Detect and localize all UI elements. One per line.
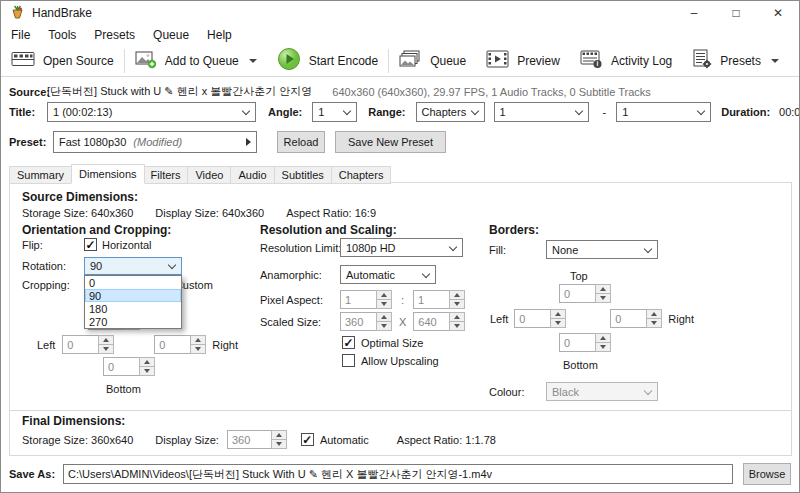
tab-video[interactable]: Video [188,166,231,184]
crop-right-spinner[interactable]: 0 [154,335,206,354]
border-bottom-spinner[interactable]: 0 [559,333,611,352]
range-end-select[interactable]: 1 [616,102,711,122]
chevron-down-icon [471,108,479,116]
range-start-select[interactable]: 1 [494,102,589,122]
presets-button[interactable]: Presets [682,45,789,76]
save-as-row: Save As: Browse [9,463,791,485]
spin-up-icon[interactable] [376,312,392,322]
maximize-icon[interactable]: □ [715,1,757,25]
window-controls: – □ ✕ [673,1,799,25]
source-storage-size: Storage Size: 640x360 [22,207,133,219]
allow-upscaling-checkbox[interactable] [342,354,355,367]
flip-horizontal-checkbox[interactable]: ✓ [84,238,97,251]
crop-bottom-label: Bottom [106,383,141,395]
optimal-size-checkbox[interactable]: ✓ [342,336,355,349]
rotation-option-0[interactable]: 0 [85,276,181,289]
final-dimensions-heading: Final Dimensions: [22,414,125,428]
spin-up-icon[interactable] [139,357,155,367]
scaled-height-spinner[interactable]: 640 [413,312,465,331]
crop-left-spinner[interactable]: 0 [62,335,114,354]
tab-dimensions[interactable]: Dimensions [71,164,144,184]
window-title: HandBrake [32,6,92,20]
pixel-aspect-y-spinner[interactable]: 1 [413,290,465,309]
spin-down-icon[interactable] [139,367,155,376]
border-top-label: Top [570,270,588,282]
spin-up-icon[interactable] [646,309,662,319]
anamorphic-select[interactable]: Automatic [340,265,436,284]
final-dimensions-divider [10,410,791,411]
spin-up-icon[interactable] [595,284,611,294]
pixel-aspect-x-spinner[interactable]: 1 [340,290,392,309]
spin-up-icon[interactable] [98,335,114,345]
spin-down-icon[interactable] [449,300,465,309]
rotation-option-90[interactable]: 90 [85,289,181,302]
border-right-spinner[interactable]: 0 [610,309,662,328]
angle-select[interactable]: 1 [312,102,357,122]
spin-up-icon[interactable] [190,335,206,345]
spin-down-icon[interactable] [550,319,566,328]
scaled-width-spinner[interactable]: 360 [340,312,392,331]
source-name: [단독버전] Stuck with U ✎ 헨리 x 볼빨간사춘기 안지영 [47,84,312,99]
spin-down-icon[interactable] [449,322,465,331]
border-left-spinner[interactable]: 0 [514,309,566,328]
preset-select[interactable]: Fast 1080p30 (Modified) [53,131,257,153]
activity-log-button[interactable]: i Activity Log [570,45,682,76]
resolution-limit-select[interactable]: 1080p HD [340,238,463,257]
rotation-option-270[interactable]: 270 [85,315,181,328]
minimize-icon[interactable]: – [673,1,715,25]
spin-down-icon[interactable] [271,440,287,449]
spin-up-icon[interactable] [449,290,465,300]
spin-up-icon[interactable] [271,430,287,440]
tab-chapters[interactable]: Chapters [332,166,392,184]
close-icon[interactable]: ✕ [757,1,799,25]
add-to-queue-button[interactable]: Add to Queue [125,45,267,76]
spin-down-icon[interactable] [190,345,206,354]
presets-dropdown-icon[interactable] [771,59,779,63]
spin-down-icon[interactable] [376,300,392,309]
spin-up-icon[interactable] [376,290,392,300]
save-new-preset-button[interactable]: Save New Preset [335,131,446,153]
source-display-size: Display Size: 640x360 [155,207,264,219]
add-to-queue-dropdown-icon[interactable] [249,59,257,63]
spin-up-icon[interactable] [550,309,566,319]
spin-down-icon[interactable] [595,343,611,352]
preview-icon [486,50,509,71]
title-select[interactable]: 1 (00:02:13) [47,102,256,122]
save-as-input[interactable] [63,464,733,484]
spin-up-icon[interactable] [595,333,611,343]
tab-subtitles[interactable]: Subtitles [275,166,332,184]
menu-presets[interactable]: Presets [85,26,144,44]
spin-down-icon[interactable] [646,319,662,328]
tab-audio[interactable]: Audio [231,166,274,184]
presets-icon [692,49,712,72]
spin-down-icon[interactable] [595,294,611,303]
colour-select[interactable]: Black [546,382,658,401]
tab-summary[interactable]: Summary [9,166,72,184]
chevron-down-icon [449,244,457,252]
spin-up-icon[interactable] [449,312,465,322]
crop-bottom-spinner[interactable]: 0 [103,357,155,376]
browse-button[interactable]: Browse [743,463,791,485]
final-automatic-checkbox[interactable]: ✓ [301,433,314,446]
queue-button[interactable]: Queue [389,45,476,76]
tab-filters[interactable]: Filters [144,166,189,184]
spin-down-icon[interactable] [98,345,114,354]
preview-button[interactable]: Preview [476,45,570,76]
range-type-select[interactable]: Chapters [416,102,485,122]
rotation-select[interactable]: 90 [84,257,182,275]
menu-file[interactable]: File [2,26,39,44]
reload-button[interactable]: Reload [277,131,325,153]
spin-down-icon[interactable] [376,322,392,331]
fill-select[interactable]: None [546,240,658,259]
start-encode-button[interactable]: Start Encode [267,45,388,76]
menu-queue[interactable]: Queue [144,26,198,44]
open-source-button[interactable]: Open Source [1,45,124,76]
rotation-label: Rotation: [22,260,84,272]
rotation-option-180[interactable]: 180 [85,302,181,315]
chevron-down-icon [697,108,705,116]
border-top-spinner[interactable]: 0 [559,284,611,303]
menu-help[interactable]: Help [198,26,241,44]
final-display-size-spinner[interactable]: 360 [227,430,287,449]
duration-value: 00:02:13 [779,106,800,118]
menu-tools[interactable]: Tools [39,26,85,44]
